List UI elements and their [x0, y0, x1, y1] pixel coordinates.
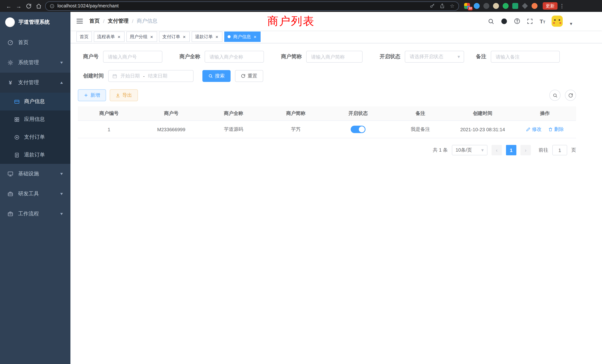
page-1-button[interactable]: 1 [506, 145, 516, 155]
sidebar-item-payment[interactable]: ¥ 支付管理 ▲ [0, 73, 70, 93]
merchant-table: 商户编号 商户号 商户全称 商户简称 开启状态 备注 创建时间 操作 1 [78, 106, 576, 138]
add-button[interactable]: 新增 [78, 89, 106, 101]
home-button[interactable] [34, 1, 44, 11]
logo-avatar [5, 17, 15, 27]
tab-label: 首页 [80, 33, 89, 40]
prev-page-button[interactable]: ‹ [492, 145, 502, 155]
extension-dark-icon[interactable] [483, 3, 489, 9]
extension-drop-icon[interactable] [474, 3, 480, 9]
date-range-picker[interactable]: 开始日期 - 结束日期 [108, 70, 194, 82]
close-icon[interactable]: × [182, 34, 186, 39]
status-toggle[interactable] [351, 126, 366, 133]
export-button[interactable]: 导出 [110, 89, 138, 101]
merchant-no-input[interactable] [103, 51, 162, 63]
github-icon[interactable] [501, 18, 507, 24]
field-label: 备注 [476, 53, 486, 60]
hamburger-icon[interactable] [76, 17, 83, 25]
extensions-pin-icon[interactable] [522, 3, 528, 9]
sidebar-item-merchant-info[interactable]: 商户信息 [0, 93, 70, 110]
sidebar-item-label: 应用信息 [24, 116, 45, 123]
plus-icon [84, 93, 88, 97]
tab-user-group[interactable]: 用户分组 × [126, 32, 157, 42]
extension-avatar-icon[interactable] [493, 3, 499, 9]
url-bar[interactable]: localhost:1024/pay/merchant ☆ [45, 1, 459, 11]
remark-input[interactable] [491, 51, 560, 63]
sidebar-item-pay-order[interactable]: 支付订单 [0, 128, 70, 146]
tab-process-form[interactable]: 流程表单 × [94, 32, 125, 42]
goto-page-input[interactable] [552, 145, 567, 155]
search-button[interactable]: 搜索 [202, 70, 231, 82]
sidebar-item-label: 支付管理 [18, 79, 39, 86]
col-create-time: 创建时间 [452, 106, 514, 121]
header-search-icon[interactable] [488, 18, 494, 24]
app-logo[interactable]: 芋道管理系统 [0, 12, 70, 33]
tab-label: 商户信息 [233, 33, 251, 40]
navbar-right-menu: TT ▼ [488, 16, 573, 27]
next-page-button[interactable]: › [520, 145, 531, 155]
breadcrumb-home[interactable]: 首页 [89, 18, 100, 24]
extension-orange-icon[interactable] [532, 3, 538, 9]
edit-link[interactable]: 修改 [526, 126, 542, 133]
full-name-input[interactable] [205, 51, 264, 63]
tab-home[interactable]: 首页 [76, 32, 92, 42]
status-select[interactable]: 请选择开启状态 ▼ [405, 51, 464, 63]
tab-merchant-info[interactable]: 商户信息 × [224, 32, 261, 42]
breadcrumb-payment[interactable]: 支付管理 [108, 18, 129, 24]
browser-menu-icon[interactable]: ⋮ [559, 3, 565, 9]
help-icon[interactable] [514, 18, 520, 24]
tab-refund-order[interactable]: 退款订单 × [192, 32, 222, 42]
sidebar-item-dev-tools[interactable]: 研发工具 ▼ [0, 184, 70, 204]
share-icon[interactable] [440, 3, 445, 9]
bookmark-star-icon[interactable]: ☆ [450, 3, 454, 9]
gear-icon [7, 60, 13, 66]
sidebar-item-infrastructure[interactable]: 基础设施 ▼ [0, 164, 70, 184]
page-info-icon[interactable] [50, 3, 54, 8]
delete-label: 删除 [554, 126, 564, 133]
page-size-select[interactable]: 10条/页 ▼ [452, 145, 487, 155]
refresh-table-button[interactable] [565, 90, 576, 101]
sidebar-item-system[interactable]: 系统管理 ▼ [0, 53, 70, 73]
table-header-row: 商户编号 商户号 商户全称 商户简称 开启状态 备注 创建时间 操作 [78, 106, 576, 121]
extension-grid-icon[interactable]: 10 [464, 3, 470, 9]
cell-merchant-no: M233666999 [140, 121, 202, 138]
delete-link[interactable]: 删除 [548, 126, 564, 133]
breadcrumb: 首页 / 支付管理 / 商户信息 [89, 18, 158, 24]
col-remark: 备注 [389, 106, 452, 121]
sidebar-group-payment: ¥ 支付管理 ▲ 商户信息 应用信息 [0, 73, 70, 164]
goto-label: 前往 [539, 147, 548, 153]
grid-icon [14, 117, 20, 122]
filter-row-2: 创建时间 开始日期 - 结束日期 搜索 [78, 70, 576, 82]
short-name-input[interactable] [306, 51, 363, 63]
sidebar-item-label: 基础设施 [18, 171, 39, 177]
chevron-down-icon: ▼ [59, 172, 64, 176]
reload-button[interactable] [24, 1, 34, 11]
extension-green-circle-icon[interactable] [503, 3, 509, 9]
sidebar-item-refund-order[interactable]: 退款订单 [0, 146, 70, 164]
close-icon[interactable]: × [253, 34, 257, 39]
chevron-down-icon: ▼ [59, 192, 64, 196]
avatar-caret-icon[interactable]: ▼ [569, 21, 573, 26]
close-icon[interactable]: × [149, 34, 154, 39]
filter-full-name: 商户全称 [174, 51, 264, 63]
breadcrumb-separator: / [103, 18, 105, 24]
reload-icon [26, 3, 32, 9]
tab-pay-order[interactable]: 支付订单 × [159, 32, 190, 42]
back-button[interactable]: ← [4, 1, 14, 11]
reset-button[interactable]: 重置 [235, 70, 263, 82]
extension-notes-icon[interactable] [512, 3, 518, 9]
date-end-placeholder: 结束日期 [148, 73, 167, 79]
chrome-update-button[interactable]: 更新 [543, 2, 558, 10]
close-icon[interactable]: × [117, 34, 121, 39]
forward-button[interactable]: → [14, 1, 24, 11]
browser-window: ← → localhost:1024/pay/merchant ☆ [0, 0, 602, 364]
close-icon[interactable]: × [215, 34, 219, 39]
fullscreen-icon[interactable] [527, 18, 533, 24]
password-key-icon[interactable] [430, 3, 435, 9]
url-text[interactable]: localhost:1024/pay/merchant [57, 3, 119, 9]
toggle-search-button[interactable] [549, 90, 560, 101]
font-size-icon[interactable]: TT [540, 18, 546, 24]
sidebar-item-home[interactable]: 首页 [0, 33, 70, 53]
sidebar-item-app-info[interactable]: 应用信息 [0, 110, 70, 128]
user-avatar[interactable] [552, 16, 563, 27]
sidebar-item-workflow[interactable]: 工作流程 ▼ [0, 204, 70, 224]
